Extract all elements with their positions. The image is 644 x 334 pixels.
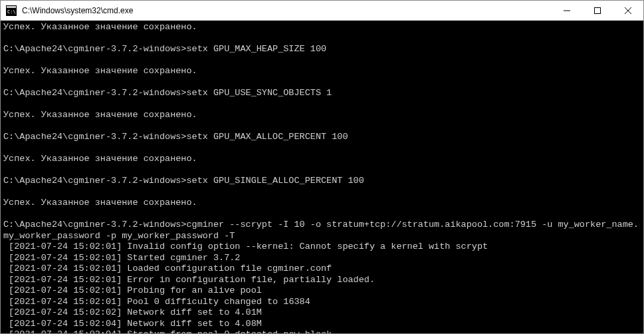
cmd-icon: C:\ <box>6 5 17 16</box>
terminal-line: [2021-07-24 15:02:04] Stratum from pool … <box>3 329 641 333</box>
maximize-button[interactable] <box>582 1 613 20</box>
terminal-line: Успех. Указанное значение сохранено. <box>3 198 641 209</box>
window-controls <box>552 1 643 20</box>
terminal-line: [2021-07-24 15:02:04] Network diff set t… <box>3 319 641 330</box>
terminal-line: C:\Apache24\cgminer-3.7.2-windows>setx G… <box>3 132 641 143</box>
terminal-line <box>3 55 641 67</box>
close-button[interactable] <box>613 1 643 20</box>
terminal-line: [2021-07-24 15:02:02] Network diff set t… <box>3 307 641 319</box>
terminal-line: [2021-07-24 15:02:01] Probing for an ali… <box>3 285 641 297</box>
terminal-line <box>3 209 641 220</box>
terminal-line: C:\Apache24\cgminer-3.7.2-windows>setx G… <box>3 44 641 55</box>
svg-text:C:\: C:\ <box>7 9 16 15</box>
terminal-output[interactable]: Успех. Указанное значение сохранено. C:\… <box>1 21 643 333</box>
svg-rect-4 <box>595 7 601 13</box>
terminal-line: C:\Apache24\cgminer-3.7.2-windows>setx G… <box>3 176 641 187</box>
terminal-line: Успех. Указанное значение сохранено. <box>3 22 641 33</box>
terminal-line: Успех. Указанное значение сохранено. <box>3 154 641 165</box>
minimize-button[interactable] <box>552 1 582 20</box>
terminal-line <box>3 187 641 198</box>
terminal-line <box>3 121 641 132</box>
titlebar[interactable]: C:\ C:\Windows\system32\cmd.exe <box>1 1 643 21</box>
terminal-line: [2021-07-24 15:02:01] Pool 0 difficulty … <box>3 297 641 308</box>
terminal-line: [2021-07-24 15:02:01] Loaded configurati… <box>3 263 641 275</box>
terminal-line <box>3 143 641 154</box>
terminal-line <box>3 99 641 110</box>
svg-rect-1 <box>7 6 16 8</box>
terminal-line <box>3 77 641 88</box>
terminal-line: [2021-07-24 15:02:01] Started cgminer 3.… <box>3 253 641 264</box>
terminal-line: Успех. Указанное значение сохранено. <box>3 110 641 121</box>
terminal-line <box>3 33 641 45</box>
terminal-line <box>3 165 641 176</box>
cmd-window: C:\ C:\Windows\system32\cmd.exe Успех. У… <box>0 0 644 334</box>
terminal-line: [2021-07-24 15:02:01] Error in configura… <box>3 275 641 286</box>
terminal-line: Успех. Указанное значение сохранено. <box>3 66 641 77</box>
window-title: C:\Windows\system32\cmd.exe <box>22 6 552 15</box>
terminal-line: C:\Apache24\cgminer-3.7.2-windows>cgmine… <box>3 220 641 242</box>
terminal-line: C:\Apache24\cgminer-3.7.2-windows>setx G… <box>3 88 641 99</box>
terminal-line: [2021-07-24 15:02:01] Invalid config opt… <box>3 242 641 253</box>
